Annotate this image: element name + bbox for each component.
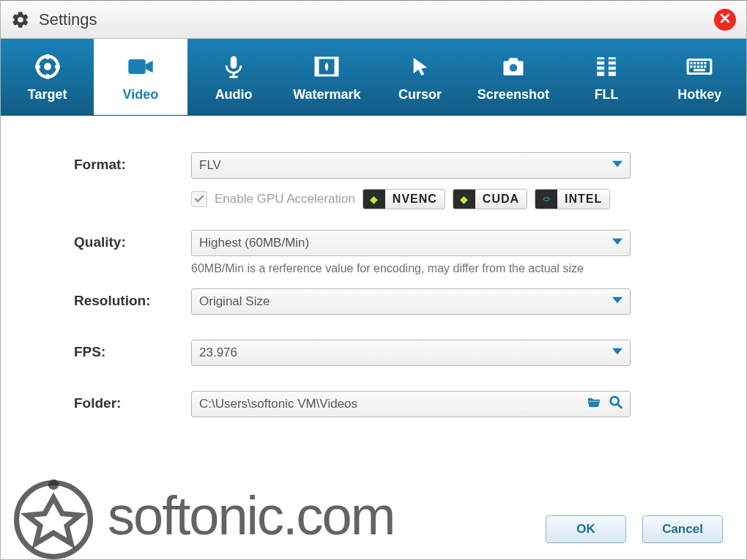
camera-icon (499, 52, 528, 81)
row-folder: Folder: C:\Users\softonic VM\Videos (45, 391, 702, 417)
badge-text: INTEL (557, 190, 609, 209)
tab-label: Target (28, 87, 67, 102)
svg-rect-24 (697, 65, 699, 67)
film-strip-icon (592, 52, 621, 81)
fps-label: FPS: (45, 340, 191, 360)
tab-screenshot[interactable]: Screenshot (467, 39, 560, 115)
chevron-down-icon (612, 346, 622, 360)
format-label: Format: (45, 152, 191, 173)
quality-label: Quality: (45, 230, 191, 250)
nvenc-badge: ◆ NVENC (363, 189, 445, 209)
tab-fll[interactable]: FLL (560, 39, 653, 115)
resolution-label: Resolution: (45, 288, 191, 309)
watermark-icon (312, 52, 341, 81)
svg-rect-20 (701, 61, 703, 64)
row-fps: FPS: 23.976 (45, 340, 702, 366)
nvidia-logo-icon: ◆ (363, 190, 385, 209)
gpu-checkbox-label: Enable GPU Acceleration (215, 192, 355, 206)
chevron-down-icon (612, 294, 622, 309)
tab-label: Hotkey (677, 87, 721, 102)
titlebar: Settings (1, 1, 746, 39)
svg-rect-14 (609, 64, 616, 67)
resolution-value: Original Size (199, 294, 270, 309)
svg-rect-6 (335, 58, 338, 75)
svg-rect-27 (694, 69, 705, 71)
resolution-dropdown[interactable]: Original Size (191, 288, 631, 315)
badge-text: CUDA (475, 190, 527, 209)
intel-badge: ⬭ INTEL (535, 189, 610, 209)
svg-point-1 (44, 63, 51, 70)
row-resolution: Resolution: Original Size (45, 288, 702, 315)
svg-rect-26 (705, 65, 707, 67)
close-button[interactable] (714, 9, 736, 31)
quality-hint: 60MB/Min is a rerference value for encod… (191, 262, 702, 275)
svg-rect-11 (597, 64, 604, 67)
folder-value: C:\Users\softonic VM\Videos (199, 397, 357, 411)
svg-rect-10 (597, 59, 604, 61)
cancel-button[interactable]: Cancel (642, 515, 723, 543)
open-folder-icon[interactable] (586, 395, 602, 414)
tab-label: Audio (215, 87, 253, 102)
dialog-footer: OK Cancel (546, 515, 723, 543)
close-icon (719, 12, 731, 27)
folder-label: Folder: (45, 391, 191, 411)
badge-text: NVENC (385, 190, 445, 209)
tab-video[interactable]: Video (94, 39, 187, 115)
row-format: Format: FLV Enable GPU Acceleration ◆ NV… (45, 152, 702, 209)
tab-watermark[interactable]: Watermark (280, 39, 374, 115)
tab-hotkey[interactable]: Hotkey (653, 39, 746, 115)
search-icon[interactable] (608, 395, 624, 414)
cuda-badge: ◆ CUDA (453, 189, 527, 209)
quality-dropdown[interactable]: Highest (60MB/Min) (191, 230, 631, 256)
row-quality: Quality: Highest (60MB/Min) 60MB/Min is … (45, 230, 702, 275)
svg-rect-5 (316, 58, 319, 75)
cursor-icon (406, 52, 435, 81)
gpu-checkbox[interactable] (191, 191, 207, 207)
fps-dropdown[interactable]: 23.976 (191, 340, 631, 366)
tab-label: Screenshot (477, 87, 549, 102)
svg-rect-25 (701, 65, 703, 67)
fps-value: 23.976 (199, 346, 237, 360)
ok-button[interactable]: OK (546, 515, 626, 543)
svg-point-7 (510, 64, 518, 72)
svg-rect-13 (609, 59, 616, 61)
svg-rect-23 (694, 65, 696, 67)
svg-rect-18 (694, 61, 696, 64)
tab-cursor[interactable]: Cursor (374, 39, 467, 115)
tab-label: Video (123, 87, 159, 102)
gear-icon (11, 10, 30, 29)
svg-point-28 (611, 397, 619, 405)
target-icon (33, 52, 62, 81)
chevron-down-icon (612, 158, 622, 173)
svg-rect-3 (231, 56, 237, 68)
tab-label: FLL (595, 87, 619, 102)
nvidia-logo-icon: ◆ (453, 190, 475, 209)
svg-rect-19 (697, 61, 699, 64)
content-panel: Format: FLV Enable GPU Acceleration ◆ NV… (1, 116, 746, 559)
tab-target[interactable]: Target (1, 39, 94, 115)
settings-window: Settings Target Video Audio (0, 0, 747, 560)
folder-input[interactable]: C:\Users\softonic VM\Videos (191, 391, 631, 417)
keyboard-icon (685, 52, 714, 81)
window-title: Settings (39, 10, 714, 29)
quality-value: Highest (60MB/Min) (199, 236, 309, 250)
tab-audio[interactable]: Audio (187, 39, 280, 115)
svg-rect-21 (705, 61, 707, 64)
svg-rect-22 (691, 65, 693, 67)
svg-rect-15 (609, 70, 616, 72)
svg-rect-12 (597, 70, 604, 72)
tab-label: Cursor (398, 87, 442, 102)
microphone-icon (219, 52, 248, 81)
chevron-down-icon (612, 236, 622, 250)
svg-rect-2 (128, 59, 145, 74)
video-camera-icon (126, 52, 155, 81)
svg-rect-17 (691, 61, 693, 64)
format-dropdown[interactable]: FLV (191, 152, 631, 179)
gpu-row: Enable GPU Acceleration ◆ NVENC ◆ CUDA ⬭… (191, 189, 702, 209)
intel-logo-icon: ⬭ (535, 190, 557, 209)
tab-bar: Target Video Audio Watermark Cursor (1, 39, 746, 116)
format-value: FLV (199, 158, 221, 173)
tab-label: Watermark (293, 87, 360, 102)
